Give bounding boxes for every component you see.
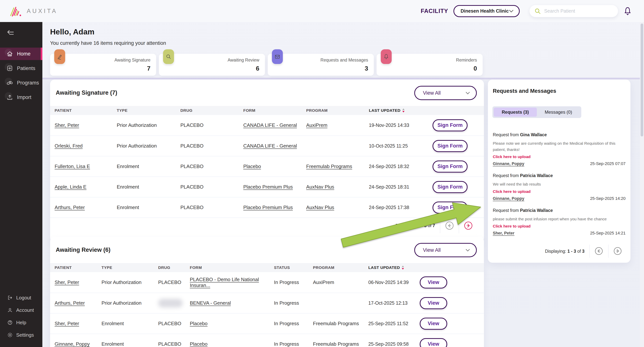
view-button[interactable]: View bbox=[420, 297, 447, 309]
chevron-down-icon bbox=[466, 92, 470, 94]
card-awaiting-review[interactable]: Awaiting Review 6 bbox=[159, 54, 265, 76]
sidebar-item-import[interactable]: Import bbox=[0, 91, 42, 103]
patient-link[interactable]: Ginnane, Poppy bbox=[54, 341, 102, 347]
table-row: Fullerton, Lisa E Enrolment PLACEBO Plac… bbox=[50, 156, 484, 177]
view-button[interactable]: View bbox=[420, 338, 447, 347]
card-label: Requests and Messages bbox=[320, 57, 368, 63]
status-cell: In Progress bbox=[274, 280, 313, 285]
type-cell: Enrolment bbox=[117, 184, 180, 190]
form-link[interactable]: Placebo bbox=[190, 321, 274, 327]
patient-link[interactable]: Sher, Peter bbox=[54, 280, 102, 285]
request-date: 25-Sep-2025 14:21 bbox=[590, 231, 626, 236]
notifications-bell-icon[interactable] bbox=[623, 6, 632, 16]
form-link[interactable]: BENEVA - General bbox=[190, 300, 274, 306]
requests-tabs: Requests (3) Messages (0) bbox=[492, 106, 581, 118]
awaiting-review-panel: Awaiting Review (6) View All PATIENT TYP… bbox=[50, 237, 484, 347]
next-page-icon[interactable] bbox=[464, 221, 473, 230]
patient-link[interactable]: Ginnane, Poppy bbox=[493, 196, 524, 201]
program-link[interactable]: AuxiPrem bbox=[306, 122, 369, 128]
form-link[interactable]: Placebo Premium Plus bbox=[243, 184, 306, 190]
form-link[interactable]: Placebo Premium Plus bbox=[243, 205, 306, 210]
upload-link[interactable]: Click here to upload bbox=[493, 189, 626, 194]
scrollbar-thumb[interactable] bbox=[640, 23, 643, 136]
sign-form-button[interactable]: Sign Form bbox=[432, 161, 468, 173]
prev-page-icon[interactable] bbox=[445, 221, 454, 230]
col-last-updated-sort[interactable]: LAST UPDATED bbox=[369, 108, 432, 113]
col-program: PROGRAM bbox=[313, 265, 368, 270]
last-updated-cell: 25-Sep-2025 09:58 bbox=[368, 341, 420, 347]
upload-link[interactable]: Click here to upload bbox=[493, 154, 626, 159]
user-icon bbox=[7, 307, 13, 313]
request-from: Request from Gina Wallace bbox=[493, 132, 626, 137]
next-page-icon[interactable] bbox=[614, 247, 622, 256]
sidebar-item-help[interactable]: Help bbox=[0, 317, 42, 328]
sign-form-button[interactable]: Sign Form bbox=[432, 119, 468, 131]
card-value: 7 bbox=[147, 65, 150, 72]
patient-link[interactable]: Fullerton, Lisa E bbox=[54, 164, 117, 169]
sidebar-item-home[interactable]: Home bbox=[0, 48, 42, 60]
form-link[interactable]: PLACEBO - Demo Life National Insuran... bbox=[190, 277, 274, 288]
pagination: Displaying: 1 - 5 of 7 bbox=[50, 218, 484, 233]
view-all-select[interactable]: View All bbox=[414, 86, 477, 100]
sidebar-item-logout[interactable]: Logout bbox=[0, 293, 42, 303]
col-patient: PATIENT bbox=[54, 265, 102, 270]
status-cell: In Progress bbox=[274, 321, 313, 327]
requester-name: Patricia Wallace bbox=[520, 173, 553, 178]
sign-form-button[interactable]: Sign Form bbox=[432, 140, 468, 152]
card-reminders[interactable]: Reminders 0 bbox=[376, 54, 482, 76]
patient-link[interactable]: Ginnane, Poppy bbox=[493, 161, 524, 166]
sidebar-item-settings[interactable]: Settings bbox=[0, 330, 42, 340]
sign-form-button[interactable]: Sign Form bbox=[432, 181, 468, 193]
card-value: 3 bbox=[365, 65, 368, 72]
program-link[interactable]: AuxNav Plus bbox=[306, 205, 369, 210]
form-link[interactable]: CANADA LIFE - General bbox=[243, 143, 306, 149]
col-last-updated-sort[interactable]: LAST UPDATED bbox=[368, 265, 420, 270]
sidebar-item-programs[interactable]: Programs bbox=[0, 77, 42, 89]
prev-page-icon[interactable] bbox=[595, 247, 603, 256]
sidebar-item-patients[interactable]: Patients bbox=[0, 62, 42, 74]
drug-cell: PLACEBO bbox=[158, 321, 190, 327]
table-row: Sher, Peter Prior Authorization PLACEBO … bbox=[50, 272, 484, 293]
scrollbar-track[interactable] bbox=[640, 22, 644, 347]
search-input[interactable] bbox=[544, 8, 608, 14]
tab-requests[interactable]: Requests (3) bbox=[494, 108, 537, 117]
status-cell: In Progress bbox=[274, 341, 313, 347]
facility-select[interactable]: Dinesen Health Clinic bbox=[454, 5, 520, 17]
bell-icon bbox=[381, 49, 392, 64]
page-title: Hello, Adam bbox=[50, 27, 94, 36]
sidebar-item-account[interactable]: Account bbox=[0, 305, 42, 315]
tab-messages[interactable]: Messages (0) bbox=[537, 108, 580, 117]
view-button[interactable]: View bbox=[420, 277, 447, 289]
program-link[interactable]: AuxNav Plus bbox=[306, 184, 369, 190]
request-item: Request from Patricia Wallace please sub… bbox=[493, 208, 626, 236]
view-button[interactable]: View bbox=[420, 318, 447, 330]
form-link[interactable]: CANADA LIFE - General bbox=[243, 122, 306, 128]
topbar: AUXITA FACILITY Dinesen Health Clinic bbox=[0, 0, 644, 22]
form-link[interactable]: Placebo bbox=[190, 341, 274, 347]
sidebar-item-label: Import bbox=[17, 94, 32, 100]
col-status: STATUS bbox=[274, 265, 313, 270]
sign-form-button[interactable]: Sign Form bbox=[432, 202, 468, 214]
patient-link[interactable]: Orleski, Fred bbox=[54, 143, 117, 149]
program-link[interactable]: Freemulab Programs bbox=[306, 164, 369, 169]
card-requests-messages[interactable]: Requests and Messages 3 bbox=[268, 54, 374, 76]
col-drug: DRUG bbox=[180, 108, 243, 113]
patient-link[interactable]: Apple, Linda E bbox=[54, 184, 117, 190]
view-all-select[interactable]: View All bbox=[414, 243, 477, 257]
col-drug: DRUG bbox=[158, 265, 190, 270]
table-row: Orleski, Fred Prior Authorization PLACEB… bbox=[50, 135, 484, 156]
signature-pen-icon bbox=[54, 49, 65, 64]
upload-link[interactable]: Click here to upload bbox=[493, 224, 626, 228]
sidebar-collapse-icon[interactable] bbox=[6, 29, 14, 36]
patient-search bbox=[530, 5, 618, 17]
form-link[interactable]: Placebo bbox=[243, 164, 306, 169]
card-awaiting-signature[interactable]: Awaiting Signature 7 bbox=[50, 54, 156, 76]
chevron-down-icon bbox=[466, 249, 470, 252]
patient-link[interactable]: Arthurs, Peter bbox=[54, 300, 102, 306]
patient-link[interactable]: Sher, Peter bbox=[493, 231, 514, 236]
patient-link[interactable]: Sher, Peter bbox=[54, 122, 117, 128]
patient-link[interactable]: Arthurs, Peter bbox=[54, 205, 117, 210]
drug-cell: PLACEBO bbox=[180, 184, 243, 190]
patient-link[interactable]: Sher, Peter bbox=[54, 321, 102, 327]
col-type: TYPE bbox=[102, 265, 158, 270]
